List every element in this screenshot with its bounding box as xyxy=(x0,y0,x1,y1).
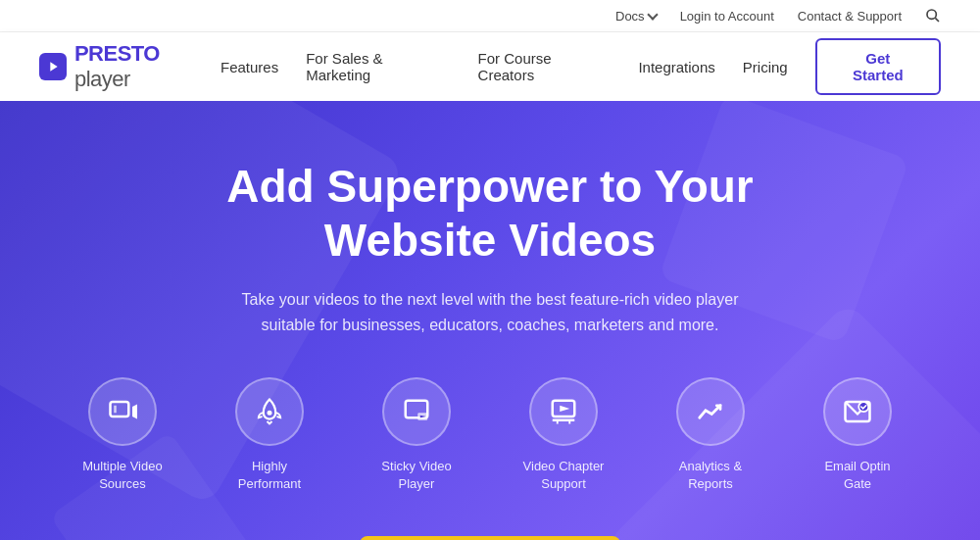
contact-link[interactable]: Contact & Support xyxy=(798,9,902,24)
login-label: Login to Account xyxy=(680,9,774,24)
login-link[interactable]: Login to Account xyxy=(680,9,774,24)
hero-title: Add Superpower to Your Website Videos xyxy=(39,160,941,268)
logo[interactable]: PRESTO player xyxy=(39,41,220,92)
feature-performant-label: HighlyPerformant xyxy=(238,458,301,493)
feature-email-label: Email OptinGate xyxy=(824,458,890,493)
feature-sticky: Sticky VideoPlayer xyxy=(363,377,470,493)
chapters-icon-circle xyxy=(529,377,598,446)
svg-marker-4 xyxy=(132,404,137,418)
hero-cta-button[interactable]: Get Started Now xyxy=(360,536,620,540)
sticky-icon xyxy=(402,397,431,426)
chapter-icon xyxy=(549,397,578,426)
features-row: Multiple VideoSources HighlyPerformant xyxy=(39,377,941,493)
svg-point-16 xyxy=(858,402,868,412)
nav-sales[interactable]: For Sales & Marketing xyxy=(306,50,450,83)
feature-video-sources-label: Multiple VideoSources xyxy=(82,458,162,493)
nav-pricing[interactable]: Pricing xyxy=(743,59,788,75)
video-sources-icon-circle xyxy=(88,377,157,446)
main-nav: PRESTO player Features For Sales & Marke… xyxy=(0,32,980,101)
nav-integrations[interactable]: Integrations xyxy=(638,59,714,75)
feature-video-sources: Multiple VideoSources xyxy=(69,377,176,493)
docs-label: Docs xyxy=(615,9,645,24)
nav-courses[interactable]: For Course Creators xyxy=(478,50,612,83)
video-sources-icon xyxy=(108,397,137,426)
performant-icon-circle xyxy=(235,377,304,446)
rocket-icon xyxy=(255,397,284,426)
feature-chapters-label: Video ChapterSupport xyxy=(523,458,605,493)
search-icon[interactable] xyxy=(925,8,941,24)
svg-line-1 xyxy=(935,18,939,22)
analytics-icon xyxy=(696,397,725,426)
nav-features[interactable]: Features xyxy=(220,59,278,75)
top-bar: Docs Login to Account Contact & Support xyxy=(0,0,980,32)
email-icon-circle xyxy=(823,377,892,446)
svg-point-6 xyxy=(268,410,272,415)
docs-chevron-icon xyxy=(647,9,658,20)
nav-links: Features For Sales & Marketing For Cours… xyxy=(220,38,941,95)
analytics-icon-circle xyxy=(676,377,745,446)
hero-section: Add Superpower to Your Website Videos Ta… xyxy=(0,101,980,540)
feature-email: Email OptinGate xyxy=(804,377,911,493)
svg-rect-3 xyxy=(111,402,129,417)
docs-link[interactable]: Docs xyxy=(615,9,657,24)
feature-performant: HighlyPerformant xyxy=(216,377,323,493)
svg-marker-2 xyxy=(50,62,57,71)
feature-sticky-label: Sticky VideoPlayer xyxy=(381,458,451,493)
email-icon xyxy=(843,397,872,426)
contact-label: Contact & Support xyxy=(798,9,902,24)
svg-marker-11 xyxy=(560,405,569,411)
feature-analytics-label: Analytics &Reports xyxy=(679,458,742,493)
sticky-icon-circle xyxy=(382,377,451,446)
hero-subtitle: Take your videos to the next level with … xyxy=(235,287,745,337)
logo-text: PRESTO player xyxy=(74,41,220,92)
nav-get-started-button[interactable]: Get Started xyxy=(815,38,941,95)
hero-content: Add Superpower to Your Website Videos Ta… xyxy=(39,160,941,540)
svg-rect-5 xyxy=(114,405,117,413)
feature-chapters: Video ChapterSupport xyxy=(510,377,617,493)
feature-analytics: Analytics &Reports xyxy=(657,377,764,493)
svg-point-0 xyxy=(927,10,936,19)
logo-icon xyxy=(39,53,67,80)
